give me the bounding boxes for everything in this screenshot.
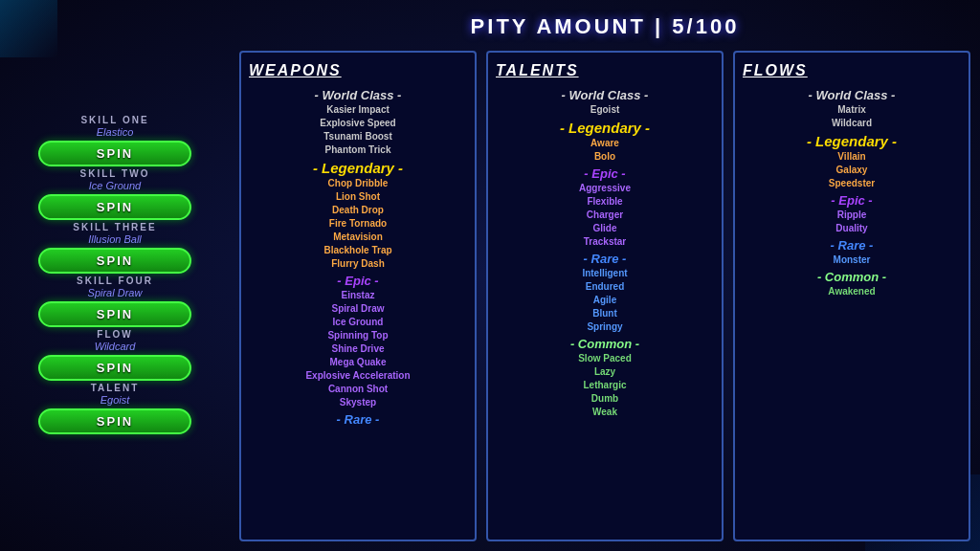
skill-label-4: FLOW [97,329,132,340]
list-item: Chop Dribble [305,177,410,190]
list-item: Lethargic [560,379,650,392]
list-item: Dumb [560,392,650,406]
sidebar: SKILL ONEElasticoSPINSKILL TWOIce Ground… [0,0,230,551]
tier-heading-epic: - Epic - [807,193,897,208]
list-item: Flurry Dash [305,257,410,271]
spin-button-3[interactable]: SPIN [38,301,191,327]
list-item: Wildcard [807,117,897,130]
panels-row: WEAPONS - World Class -Kasier ImpactExpl… [239,51,970,541]
list-item: Kasier Impact [305,103,410,117]
skill-block-3: SKILL FOURSpiral DrawSPIN [19,276,211,327]
tier-heading-legendary: - Legendary - [305,160,410,176]
tier-heading-rare: - Rare - [807,238,897,253]
skill-label-0: SKILL ONE [80,115,148,125]
list-item: Agile [560,294,650,307]
tier-heading-legendary: - Legendary - [807,133,897,149]
list-item: Trackstar [560,235,650,249]
spin-button-1[interactable]: SPIN [38,194,191,220]
list-item: Spiral Draw [305,302,410,316]
spin-button-2[interactable]: SPIN [38,248,191,274]
skill-block-5: TALENTEgoistSPIN [19,383,211,434]
list-item: Blackhole Trap [305,244,410,257]
skill-block-4: FLOWWildcardSPIN [19,329,211,381]
list-item: Death Drop [305,204,410,217]
talents-panel: TALENTS - World Class -Egoist- Legendary… [486,51,724,541]
tier-heading-common: - Common - [560,337,650,351]
weapons-title: WEAPONS [249,62,342,79]
list-item: Metavision [305,231,410,244]
main-layout: SKILL ONEElasticoSPINSKILL TWOIce Ground… [0,0,980,551]
list-item: Fire Tornado [305,217,410,231]
list-item: Springy [560,320,650,334]
list-item: Monster [807,253,897,267]
list-item: Speedster [807,177,897,190]
tier-heading-legendary: - Legendary - [560,120,650,136]
list-item: Duality [807,222,897,235]
list-item: Lion Shot [305,190,410,204]
flows-panel: FLOWS - World Class -MatrixWildcard- Leg… [733,51,970,541]
list-item: Ripple [807,209,897,222]
skill-value-0: Elastico [97,126,134,138]
list-item: Bolo [560,150,650,164]
talents-title: TALENTS [496,62,579,79]
right-content: PITY AMOUNT | 5/100 WEAPONS - World Clas… [230,0,980,551]
list-item: Flexible [560,195,650,209]
skill-label-2: SKILL THREE [73,222,156,232]
list-item: Tsunami Boost [305,130,410,143]
list-item: Matrix [807,103,897,117]
list-item: Aware [560,137,650,150]
list-item: Slow Paced [560,352,650,365]
weapons-panel: WEAPONS - World Class -Kasier ImpactExpl… [239,51,477,541]
list-item: Glide [560,222,650,235]
spin-button-4[interactable]: SPIN [38,355,191,381]
tier-heading-common: - Common - [807,270,897,284]
skill-value-3: Spiral Draw [88,287,143,298]
list-item: Spinning Top [305,329,410,342]
tier-heading-world-class: - World Class - [560,88,650,102]
skill-value-5: Egoist [100,394,130,406]
list-item: Cannon Shot [305,383,410,396]
list-item: Skystep [305,396,410,409]
flows-title: FLOWS [743,62,808,79]
list-item: Weak [560,406,650,419]
list-item: Lazy [560,365,650,379]
list-item: Shine Drive [305,342,410,356]
tier-heading-epic: - Epic - [560,166,650,181]
skill-block-1: SKILL TWOIce GroundSPIN [19,168,211,220]
spin-button-5[interactable]: SPIN [38,408,191,434]
skill-label-5: TALENT [91,383,140,393]
skill-value-4: Wildcard [95,341,136,352]
tier-heading-rare: - Rare - [305,412,410,427]
skill-value-2: Illusion Ball [88,233,142,245]
list-item: Charger [560,209,650,222]
skill-label-3: SKILL FOUR [77,276,153,286]
list-item: Aggressive [560,182,650,195]
skill-block-0: SKILL ONEElasticoSPIN [19,115,211,166]
list-item: Galaxy [807,164,897,177]
tier-heading-world-class: - World Class - [305,88,410,102]
skill-block-2: SKILL THREEIllusion BallSPIN [19,222,211,274]
skill-value-1: Ice Ground [89,180,141,191]
tier-heading-epic: - Epic - [305,274,410,288]
tier-heading-rare: - Rare - [560,252,650,266]
list-item: Awakened [807,285,897,298]
list-item: Endured [560,280,650,294]
pity-header: PITY AMOUNT | 5/100 [239,14,970,39]
list-item: Explosive Speed [305,117,410,130]
list-item: Ice Ground [305,316,410,329]
tier-heading-world-class: - World Class - [807,88,897,102]
list-item: Phantom Trick [305,143,410,157]
list-item: Blunt [560,307,650,320]
list-item: Explosive Acceleration [305,369,410,383]
list-item: Egoist [560,103,650,117]
list-item: Mega Quake [305,356,410,369]
list-item: Einstaz [305,289,410,302]
skill-label-1: SKILL TWO [80,168,150,179]
list-item: Villain [807,150,897,164]
list-item: Intelligent [560,267,650,280]
spin-button-0[interactable]: SPIN [38,141,191,166]
